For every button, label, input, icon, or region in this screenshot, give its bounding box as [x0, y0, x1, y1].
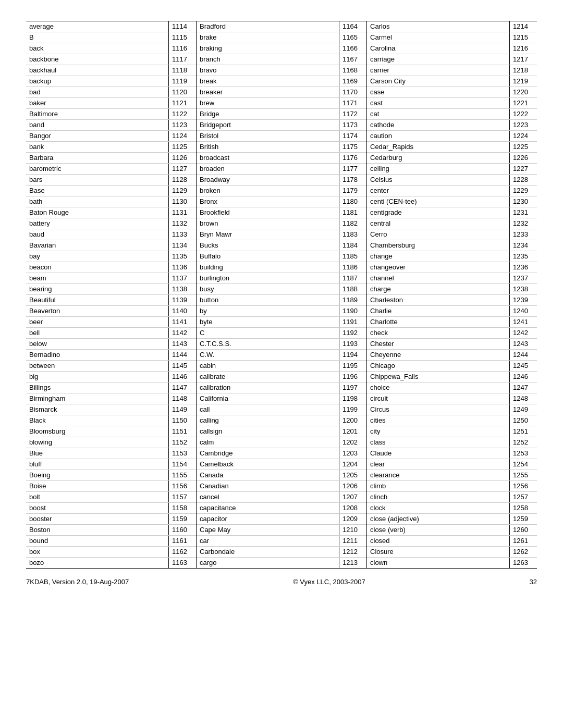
num-cell: 1202 [339, 437, 366, 448]
num-cell: 1231 [510, 207, 537, 218]
table-row: calibrate1196 [197, 372, 366, 382]
num-cell: 1252 [510, 437, 537, 448]
term-cell: band [26, 120, 169, 130]
num-cell: 1228 [510, 175, 537, 185]
num-cell: 1114 [169, 21, 196, 32]
num-cell: 1210 [339, 525, 366, 535]
term-cell: California [197, 393, 339, 404]
term-cell: bank [26, 142, 169, 152]
num-cell: 1219 [510, 76, 537, 87]
num-cell: 1119 [169, 76, 196, 87]
num-cell: 1209 [339, 514, 366, 524]
table-row: clear1254 [367, 459, 537, 470]
table-row: blowing1152 [26, 437, 196, 448]
table-row: broaden1177 [197, 164, 366, 175]
term-cell: bolt [26, 492, 169, 502]
table-row: circuit1248 [367, 393, 537, 404]
term-cell: brake [197, 32, 339, 43]
table-row: busy1188 [197, 284, 366, 295]
num-cell: 1178 [339, 175, 366, 185]
num-cell: 1234 [510, 240, 537, 251]
term-cell: channel [367, 273, 510, 283]
table-row: Barbara1126 [26, 153, 196, 164]
term-cell: C.T.C.S.S. [197, 339, 339, 349]
num-cell: 1256 [510, 481, 537, 491]
term-cell: baker [26, 98, 169, 108]
term-cell: change [367, 251, 510, 262]
term-cell: Brookfield [197, 207, 339, 218]
num-cell: 1229 [510, 186, 537, 196]
num-cell: 1262 [510, 547, 537, 557]
num-cell: 1157 [169, 492, 196, 502]
num-cell: 1203 [339, 448, 366, 459]
table-row: Broadway1178 [197, 175, 366, 186]
term-cell: Bradford [197, 21, 339, 32]
term-cell: bad [26, 87, 169, 97]
table-row: call1199 [197, 404, 366, 415]
table-row: Beaverton1140 [26, 306, 196, 317]
term-cell: backhaul [26, 65, 169, 76]
main-table: average1114B1115back1116backbone1117back… [26, 21, 537, 569]
table-row: cargo1213 [197, 558, 366, 569]
term-cell: big [26, 372, 169, 382]
term-cell: Bronx [197, 196, 339, 207]
table-row: battery1132 [26, 218, 196, 229]
num-cell: 1254 [510, 459, 537, 470]
term-cell: bound [26, 536, 169, 546]
num-cell: 1166 [339, 43, 366, 54]
table-row: bad1120 [26, 87, 196, 98]
term-cell: Claude [367, 448, 510, 459]
table-row: cities1250 [367, 415, 537, 426]
term-cell: Charlie [367, 306, 510, 316]
num-cell: 1170 [339, 87, 366, 97]
term-cell: cancel [197, 492, 339, 502]
table-row: button1189 [197, 295, 366, 306]
term-cell: cities [367, 415, 510, 426]
term-cell: Bristol [197, 131, 339, 141]
num-cell: 1116 [169, 43, 196, 54]
table-row: check1242 [367, 328, 537, 339]
term-cell: beer [26, 317, 169, 327]
table-row: clock1258 [367, 503, 537, 514]
num-cell: 1171 [339, 98, 366, 108]
term-cell: centigrade [367, 207, 510, 218]
table-row: channel1237 [367, 273, 537, 284]
num-cell: 1162 [169, 547, 196, 557]
term-cell: ceiling [367, 164, 510, 174]
term-cell: Bavarian [26, 240, 169, 251]
num-cell: 1151 [169, 426, 196, 437]
table-row: boost1158 [26, 503, 196, 514]
table-row: Bronx1180 [197, 196, 366, 207]
term-cell: clearance [367, 470, 510, 480]
num-cell: 1123 [169, 120, 196, 130]
table-row: bath1130 [26, 196, 196, 207]
table-row: class1252 [367, 437, 537, 448]
col-group-3: Carlos1214Carmel1215Carolina1216carriage… [367, 21, 537, 569]
num-cell: 1143 [169, 339, 196, 349]
term-cell: close (adjective) [367, 514, 510, 524]
term-cell: Cerro [367, 229, 510, 240]
term-cell: back [26, 43, 169, 54]
term-cell: cabin [197, 361, 339, 371]
term-cell: cargo [197, 558, 339, 568]
term-cell: braking [197, 43, 339, 54]
term-cell: cast [367, 98, 510, 108]
num-cell: 1230 [510, 196, 537, 207]
num-cell: 1129 [169, 186, 196, 196]
footer: 7KDAB, Version 2.0, 19-Aug-2007 © Vyex L… [26, 578, 537, 586]
term-cell: clown [367, 558, 510, 568]
term-cell: B [26, 32, 169, 43]
num-cell: 1121 [169, 98, 196, 108]
term-cell: broken [197, 186, 339, 196]
table-row: Carbondale1212 [197, 547, 366, 558]
table-row: Buffalo1185 [197, 251, 366, 262]
num-cell: 1147 [169, 382, 196, 393]
num-cell: 1193 [339, 339, 366, 349]
num-cell: 1146 [169, 372, 196, 382]
num-cell: 1159 [169, 514, 196, 524]
table-row: Claude1253 [367, 448, 537, 459]
term-cell: bay [26, 251, 169, 262]
table-row: changeover1236 [367, 262, 537, 273]
num-cell: 1188 [339, 284, 366, 294]
term-cell: bluff [26, 459, 169, 470]
